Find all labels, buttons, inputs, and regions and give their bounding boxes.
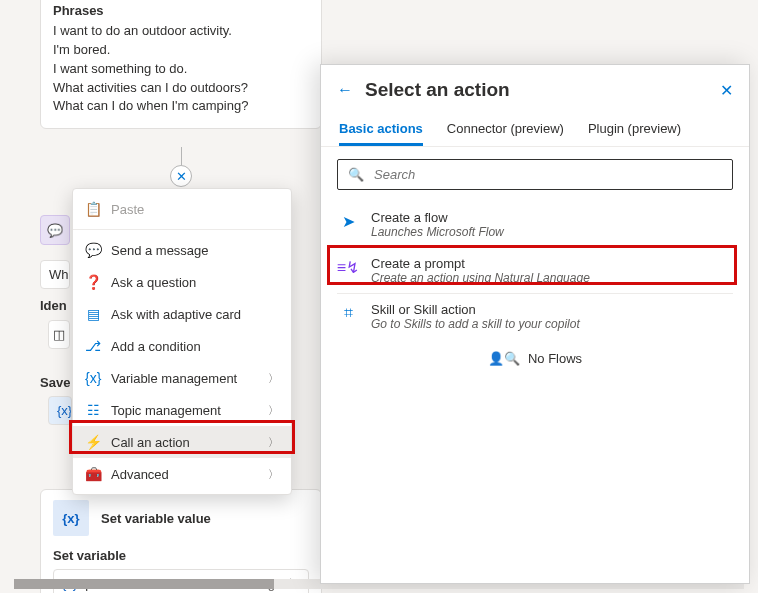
phrase-item: What can I do when I'm camping? [53,97,309,116]
action-desc: Create an action using Natural Language [371,271,733,285]
card-icon: ▤ [85,306,101,322]
set-variable-card: {x} Set variable value Set variable {x} … [40,489,322,593]
add-node-button[interactable]: ✕ [170,165,192,187]
no-flows-msg: 👤🔍 No Flows [321,339,749,370]
ctx-label: Advanced [111,467,169,482]
ctx-ask-question[interactable]: ❓ Ask a question [73,266,291,298]
phrase-item: What activities can I do outdoors? [53,79,309,98]
action-title: Create a flow [371,210,733,225]
ctx-label: Variable management [111,371,237,386]
phrase-item: I'm bored. [53,41,309,60]
paste-icon: 📋 [85,201,101,217]
skill-icon: ⌗ [337,302,359,324]
ctx-label: Ask a question [111,275,196,290]
select-action-panel: ← Select an action ✕ Basic actions Conne… [320,64,750,584]
entity-icon: ◫ [48,320,70,349]
search-input-wrap[interactable]: 🔍 [337,159,733,190]
scrollbar-thumb[interactable] [14,579,274,589]
phrases-title: Phrases [53,3,309,18]
ctx-paste: 📋 Paste [73,193,291,225]
ctx-send-message[interactable]: 💬 Send a message [73,234,291,266]
phrases-card: Phrases I want to do an outdoor activity… [40,0,322,129]
set-variable-title: Set variable value [101,511,211,526]
partial-label: Wh [40,260,70,289]
context-menu: 📋 Paste 💬 Send a message ❓ Ask a questio… [72,188,292,495]
prompt-icon: ≡↯ [337,256,359,278]
tab-underline [321,146,749,147]
ctx-sep [73,229,291,230]
ctx-label: Topic management [111,403,221,418]
question-icon: ❓ [85,274,101,290]
tab-plugin[interactable]: Plugin (preview) [588,115,681,146]
phrase-item: I want something to do. [53,60,309,79]
chevron-right-icon: 〉 [268,403,279,418]
person-search-icon: 👤🔍 [488,351,520,366]
action-title: Create a prompt [371,256,733,271]
branch-icon: ⎇ [85,338,101,354]
toolbox-icon: 🧰 [85,466,101,482]
partial-label: Save [40,375,72,390]
chat-icon: 💬 [47,223,63,238]
back-button[interactable]: ← [337,81,353,99]
chevron-right-icon: 〉 [268,435,279,450]
action-title: Skill or Skill action [371,302,733,317]
ctx-topic-mgmt[interactable]: ☷ Topic management 〉 [73,394,291,426]
action-create-flow[interactable]: ➤ Create a flow Launches Microsoft Flow [321,202,749,247]
variable-token: {x} [48,396,72,425]
node-connector [181,147,182,165]
ctx-label: Call an action [111,435,190,450]
phrases-list: I want to do an outdoor activity. I'm bo… [53,22,309,116]
message-node-icon: 💬 [40,215,70,245]
ctx-call-action[interactable]: ⚡ Call an action 〉 [73,426,291,458]
panel-title: Select an action [365,79,510,101]
action-list: ➤ Create a flow Launches Microsoft Flow … [321,202,749,378]
tab-connector[interactable]: Connector (preview) [447,115,564,146]
ctx-add-condition[interactable]: ⎇ Add a condition [73,330,291,362]
close-button[interactable]: ✕ [720,81,733,100]
chevron-right-icon: 〉 [268,371,279,386]
ctx-ask-adaptive[interactable]: ▤ Ask with adaptive card [73,298,291,330]
set-variable-label: Set variable [53,548,309,563]
phrase-item: I want to do an outdoor activity. [53,22,309,41]
panel-tabs: Basic actions Connector (preview) Plugin… [321,109,749,146]
topic-icon: ☷ [85,402,101,418]
flow-icon: ➤ [337,210,359,232]
search-icon: 🔍 [348,167,364,182]
tab-basic-actions[interactable]: Basic actions [339,115,423,146]
chat-icon: 💬 [85,242,101,258]
partial-label: Iden [40,298,70,313]
ctx-label: Send a message [111,243,209,258]
search-input[interactable] [372,166,722,183]
no-flows-label: No Flows [528,351,582,366]
variable-node-icon: {x} [53,500,89,536]
ctx-advanced[interactable]: 🧰 Advanced 〉 [73,458,291,490]
bolt-icon: ⚡ [85,434,101,450]
action-skill[interactable]: ⌗ Skill or Skill action Go to Skills to … [321,294,749,339]
chevron-right-icon: 〉 [268,467,279,482]
variable-icon: {x} [85,370,101,386]
ctx-variable-mgmt[interactable]: {x} Variable management 〉 [73,362,291,394]
action-desc: Launches Microsoft Flow [371,225,733,239]
action-create-prompt[interactable]: ≡↯ Create a prompt Create an action usin… [321,248,749,293]
action-desc: Go to Skills to add a skill to your copi… [371,317,733,331]
ctx-label: Ask with adaptive card [111,307,241,322]
ctx-label: Add a condition [111,339,201,354]
ctx-label: Paste [111,202,144,217]
